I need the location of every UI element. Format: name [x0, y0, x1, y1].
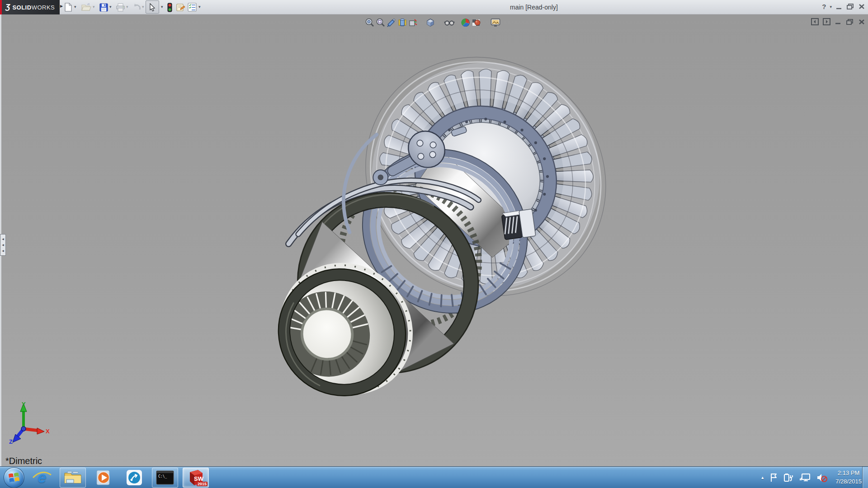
system-tray: ▲ 2:13 PM 7/28/2015 — [760, 467, 862, 488]
clock-time: 2:13 PM — [835, 469, 862, 478]
undo-icon[interactable] — [132, 2, 142, 12]
edit-appearance-icon[interactable] — [460, 17, 471, 28]
solidworks-logo-mark: Ʒ — [5, 3, 10, 12]
file-properties-icon[interactable] — [175, 2, 185, 12]
expand-arrow-icon: ◀ — [2, 238, 4, 240]
print-caret-icon: ▾ — [126, 5, 128, 9]
solidworks-logo: Ʒ SOLIDWORKS — [0, 0, 60, 14]
volume-muted-icon[interactable] — [816, 473, 828, 483]
app-minimize-icon[interactable] — [835, 4, 843, 10]
media-player-icon — [95, 469, 112, 486]
network-icon[interactable] — [799, 473, 811, 483]
triad-y-label: Y — [22, 401, 26, 408]
rebuild-traffic-light-icon[interactable] — [165, 2, 175, 12]
action-center-flag-icon[interactable] — [769, 473, 778, 483]
expand-arrow-icon: ◀ — [2, 244, 4, 246]
save-caret-icon[interactable]: ▾ — [109, 5, 112, 9]
taskbar-share-app[interactable] — [121, 468, 147, 488]
taskbar-media-player[interactable] — [90, 468, 117, 488]
menu-expander-icon[interactable]: ▸ — [60, 3, 63, 9]
view-orientation-label: *Dimetric — [5, 456, 42, 466]
select-caret-icon[interactable]: ▾ — [161, 5, 163, 9]
headsup-view-toolbar — [364, 17, 501, 28]
jet-engine-model — [0, 14, 868, 466]
zoom-to-area-icon[interactable] — [375, 17, 386, 28]
folder-icon — [64, 470, 82, 485]
command-prompt-icon: C:\_ — [156, 470, 174, 485]
heat-exchanger — [502, 209, 536, 239]
ie-orbit-icon — [32, 471, 52, 479]
view-settings-icon[interactable] — [490, 17, 501, 28]
expand-arrow-icon: ◀ — [2, 249, 4, 252]
display-style-shaded-icon[interactable] — [425, 17, 436, 28]
share-app-icon — [126, 469, 143, 486]
windows-taskbar: e — [0, 466, 868, 488]
doc-restore-icon[interactable] — [846, 19, 854, 25]
exhaust-nozzle — [252, 243, 432, 422]
brand-red-stripe — [0, 0, 2, 14]
apply-scene-icon[interactable] — [471, 17, 482, 28]
triad-x-label: X — [46, 428, 50, 435]
solidworks-version-badge: 2015 — [197, 482, 208, 486]
clock[interactable]: 2:13 PM 7/28/2015 — [835, 469, 862, 486]
new-document-icon[interactable] — [63, 2, 73, 12]
select-tool-button[interactable] — [146, 0, 159, 14]
titlebar: Ʒ SOLIDWORKS ▸ ▾ ▾ ▾ ▾ ▾ ▾ — [0, 0, 868, 14]
options-list-icon[interactable] — [187, 2, 197, 12]
svg-text:C:\_: C:\_ — [158, 474, 167, 479]
hide-show-items-icon[interactable] — [444, 17, 455, 28]
taskbar-internet-explorer[interactable]: e — [29, 468, 55, 488]
open-icon[interactable] — [81, 2, 91, 12]
select-cursor-icon — [149, 3, 156, 11]
app-restore-icon[interactable] — [846, 3, 854, 10]
save-icon[interactable] — [99, 2, 108, 12]
svg-text:SW: SW — [194, 475, 204, 482]
brand-text-bold: SOLID — [12, 4, 31, 11]
help-icon[interactable]: ? — [822, 3, 826, 10]
app-close-icon[interactable] — [858, 3, 865, 10]
section-view-icon[interactable] — [386, 17, 397, 28]
new-document-caret-icon[interactable]: ▾ — [74, 5, 76, 9]
view-orientation-icon[interactable] — [397, 17, 408, 28]
window-title: main [Read-only] — [510, 4, 558, 11]
taskbar-solidworks[interactable]: SW 2015 — [183, 468, 209, 488]
graphics-viewport[interactable]: ◀ ◀ ◀ Y X Z *Dimetric — [0, 14, 868, 466]
windows-flag-icon — [8, 472, 20, 483]
options-caret-icon[interactable]: ▾ — [198, 5, 201, 9]
open-caret-icon: ▾ — [93, 5, 95, 9]
collapse-right-pane-icon[interactable] — [823, 18, 830, 25]
power-plug-icon[interactable] — [783, 473, 794, 483]
tray-overflow-icon[interactable]: ▲ — [760, 475, 764, 480]
undo-caret-icon: ▾ — [142, 5, 144, 9]
solidworks-window: Ʒ SOLIDWORKS ▸ ▾ ▾ ▾ ▾ ▾ ▾ — [0, 0, 868, 488]
document-window-controls — [811, 18, 865, 25]
reference-triad: Y X Z — [7, 401, 52, 448]
taskbar-command-prompt[interactable]: C:\_ — [152, 468, 178, 488]
show-desktop-button[interactable] — [862, 467, 868, 488]
zoom-to-fit-icon[interactable] — [364, 17, 375, 28]
doc-close-icon[interactable] — [858, 19, 865, 25]
clock-date: 7/28/2015 — [835, 478, 862, 486]
brand-text-light: WORKS — [32, 4, 55, 11]
doc-minimize-icon[interactable] — [835, 19, 842, 25]
triad-z-label: Z — [9, 438, 13, 445]
display-style-edit-icon[interactable] — [408, 17, 419, 28]
print-icon[interactable] — [115, 2, 125, 12]
help-caret-icon[interactable]: ▾ — [830, 5, 832, 9]
feature-manager-expand-tab[interactable]: ◀ ◀ ◀ — [0, 234, 6, 256]
start-button[interactable] — [4, 467, 24, 488]
collapse-left-pane-icon[interactable] — [811, 18, 819, 25]
taskbar-windows-explorer[interactable] — [60, 468, 86, 488]
